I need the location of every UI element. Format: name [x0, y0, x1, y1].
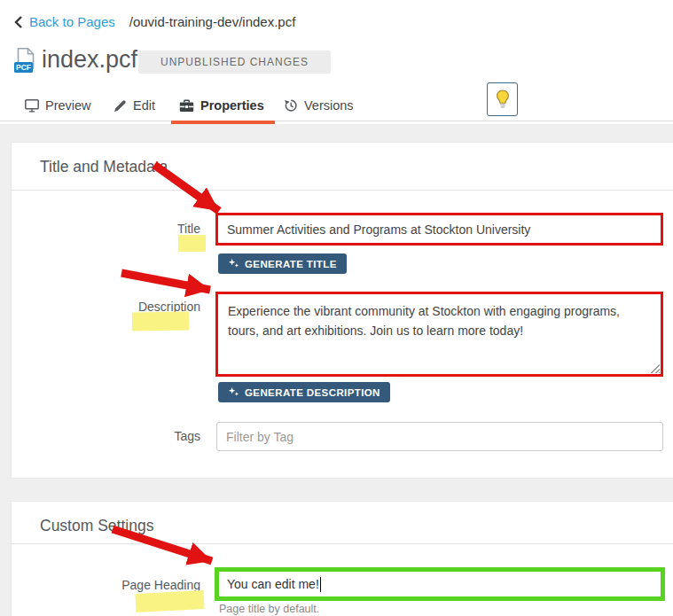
- tab-label: Edit: [133, 98, 155, 113]
- page-heading-value: You can edit me!: [227, 577, 319, 591]
- description-field-outline: [215, 292, 663, 377]
- back-chevron-icon: [14, 16, 22, 28]
- tab-label: Versions: [304, 98, 354, 113]
- section-divider: [12, 543, 673, 544]
- title-highlight-annotation: [178, 235, 206, 252]
- monitor-icon: [25, 99, 39, 113]
- tab-label: Properties: [200, 98, 264, 113]
- sparkle-icon: [228, 258, 239, 269]
- generate-title-label: GENERATE TITLE: [245, 259, 337, 269]
- tags-input[interactable]: [216, 422, 663, 451]
- tab-edit[interactable]: Edit: [113, 93, 155, 118]
- toolbox-icon: [179, 99, 194, 113]
- breadcrumb: /ouvid-training-dev/index.pcf: [129, 14, 296, 29]
- section-divider: [12, 190, 673, 191]
- sparkle-icon: [228, 386, 239, 398]
- pencil-icon: [113, 99, 127, 113]
- section-custom-settings: Custom Settings Page Heading You can edi…: [11, 501, 673, 616]
- generate-description-button[interactable]: GENERATE DESCRIPTION: [218, 382, 390, 402]
- page-heading-highlight-annotation: [136, 590, 205, 612]
- tab-versions[interactable]: Versions: [284, 93, 354, 118]
- unpublished-changes-badge: UNPUBLISHED CHANGES: [138, 51, 331, 74]
- section-title-and-metadata: Title and Metadata Title GENERATE TITLE …: [11, 142, 673, 479]
- description-highlight-annotation: [132, 311, 189, 331]
- tags-label: Tags: [12, 429, 200, 443]
- tab-properties[interactable]: Properties: [179, 93, 264, 118]
- page-heading-help-text: Page title by default.: [219, 603, 319, 615]
- back-to-pages-link[interactable]: Back to Pages: [29, 14, 115, 29]
- section-heading: Title and Metadata: [40, 158, 168, 176]
- history-icon: [284, 98, 298, 113]
- page-title: index.pcf: [42, 46, 137, 74]
- back-row: Back to Pages /ouvid-training-dev/index.…: [14, 14, 295, 29]
- text-caret: [320, 577, 322, 592]
- properties-page: Back to Pages /ouvid-training-dev/index.…: [0, 0, 673, 616]
- title-label: Title: [12, 222, 200, 236]
- page-heading-input[interactable]: You can edit me!: [215, 567, 665, 601]
- svg-text:PCF: PCF: [16, 63, 31, 72]
- section-heading: Custom Settings: [40, 517, 153, 535]
- pcf-file-icon: PCF: [13, 47, 37, 74]
- tab-label: Preview: [45, 98, 91, 113]
- description-textarea[interactable]: [218, 294, 661, 374]
- lightbulb-button[interactable]: [487, 82, 518, 116]
- generate-title-button[interactable]: GENERATE TITLE: [218, 253, 347, 274]
- page-heading-label: Page Heading: [12, 578, 200, 592]
- lightbulb-icon: [496, 90, 510, 110]
- tab-preview[interactable]: Preview: [25, 93, 91, 118]
- generate-description-label: GENERATE DESCRIPTION: [245, 387, 380, 398]
- tabbar-divider: [0, 121, 673, 121]
- title-input[interactable]: [215, 213, 663, 246]
